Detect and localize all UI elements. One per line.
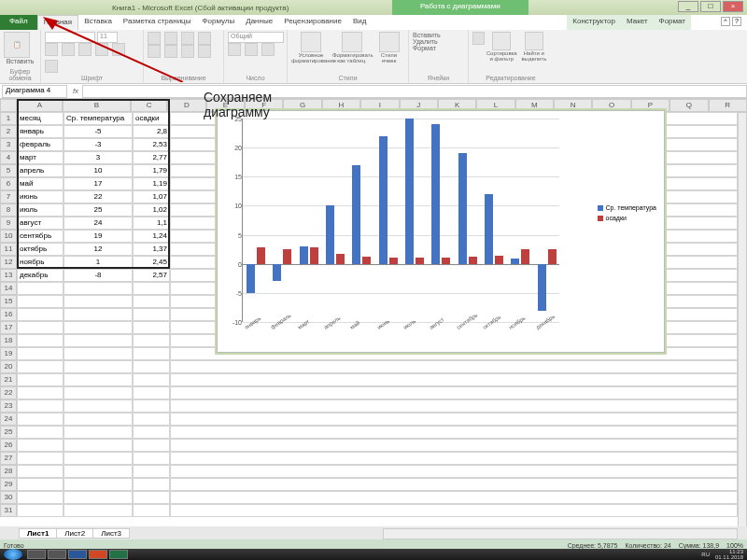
cell[interactable] (63, 452, 133, 465)
cell[interactable] (17, 465, 63, 478)
row-head[interactable]: 30 (0, 491, 17, 504)
row-head[interactable]: 27 (0, 452, 17, 465)
cell[interactable] (170, 439, 738, 452)
cell[interactable] (63, 399, 133, 413)
taskbar-powerpoint-icon[interactable] (89, 550, 107, 559)
cell[interactable] (133, 347, 170, 360)
row-head[interactable]: 15 (0, 295, 17, 308)
maximize-button[interactable]: □ (700, 1, 721, 12)
close-button[interactable]: × (723, 1, 743, 12)
cell[interactable] (133, 439, 170, 452)
cell[interactable] (63, 308, 133, 321)
cell[interactable] (17, 308, 63, 321)
taskbar-word-icon[interactable] (68, 550, 87, 559)
worksheet[interactable]: A B C D E F G H I J K L M N O P Q R 1мес… (0, 99, 747, 528)
cell[interactable]: Ср. температура (63, 112, 133, 125)
cell[interactable]: 10 (63, 164, 133, 177)
cell[interactable] (17, 426, 63, 439)
cell[interactable]: май (17, 177, 63, 190)
tab-view[interactable]: Вид (347, 15, 372, 30)
cell[interactable]: 17 (63, 177, 133, 190)
percent-button[interactable] (245, 43, 258, 56)
cell[interactable]: 22 (63, 190, 133, 203)
row-head[interactable]: 14 (0, 282, 17, 295)
row-head[interactable]: 17 (0, 321, 17, 334)
cell[interactable] (133, 504, 170, 517)
cell[interactable] (133, 308, 170, 321)
cell[interactable] (63, 334, 133, 347)
tab-design[interactable]: Конструктор (567, 15, 621, 30)
cell[interactable] (17, 321, 63, 334)
align-right-button[interactable] (181, 45, 194, 58)
cell[interactable] (17, 295, 63, 308)
bar[interactable] (538, 264, 546, 311)
cell[interactable] (170, 465, 738, 478)
cell[interactable]: 2,77 (133, 151, 170, 164)
cell[interactable]: октябрь (17, 243, 63, 256)
cell[interactable]: июль (17, 203, 63, 217)
tab-layout[interactable]: Разметка страницы (118, 15, 197, 30)
cell[interactable] (63, 478, 133, 491)
cell[interactable] (63, 413, 133, 426)
cell[interactable]: месяц (17, 112, 63, 125)
bar[interactable] (548, 249, 557, 264)
cell[interactable]: 1,24 (133, 230, 170, 243)
delete-cells-button[interactable]: Удалить (413, 38, 464, 45)
italic-button[interactable] (62, 43, 75, 56)
cell[interactable] (170, 360, 738, 373)
cell[interactable] (17, 452, 63, 465)
col-D[interactable]: D (167, 99, 205, 112)
cell[interactable] (133, 413, 170, 426)
bar[interactable] (379, 136, 388, 264)
bar[interactable] (300, 246, 308, 264)
row-head[interactable]: 9 (0, 217, 17, 230)
row-head[interactable]: 5 (0, 164, 17, 177)
cell[interactable] (133, 452, 170, 465)
row-head[interactable]: 1 (0, 112, 17, 125)
bar[interactable] (273, 264, 281, 282)
cell[interactable] (63, 321, 133, 334)
row-head[interactable]: 12 (0, 256, 17, 269)
tab-formulas[interactable]: Формулы (196, 15, 240, 30)
minimize-button[interactable]: _ (678, 1, 698, 12)
tab-file[interactable]: Файл (0, 15, 37, 30)
bar[interactable] (521, 249, 529, 263)
bar[interactable] (326, 205, 334, 263)
underline-button[interactable] (78, 43, 92, 56)
currency-button[interactable] (228, 43, 241, 56)
cell[interactable] (63, 465, 133, 478)
row-head[interactable]: 31 (0, 504, 17, 517)
wrap-button[interactable] (198, 32, 211, 45)
cell[interactable] (17, 491, 63, 504)
cell[interactable] (133, 491, 170, 504)
cell[interactable] (170, 399, 738, 413)
row-head[interactable]: 16 (0, 308, 17, 321)
cell[interactable] (133, 465, 170, 478)
cell[interactable]: 24 (63, 217, 133, 230)
bar[interactable] (416, 258, 424, 263)
bar[interactable] (431, 124, 440, 263)
bar[interactable] (458, 153, 467, 263)
cell[interactable] (17, 439, 63, 452)
cell[interactable]: 1,1 (133, 217, 170, 230)
bar[interactable] (405, 119, 414, 264)
cell[interactable] (133, 295, 170, 308)
bar[interactable] (495, 256, 503, 264)
cell[interactable]: 1,07 (133, 190, 170, 203)
cell[interactable] (170, 504, 738, 517)
insert-cells-button[interactable]: Вставить (413, 32, 464, 38)
cell[interactable] (63, 295, 133, 308)
row-head[interactable]: 7 (0, 190, 17, 203)
cell[interactable] (170, 373, 738, 386)
fx-icon[interactable]: fx (69, 87, 82, 95)
cell[interactable]: сентябрь (17, 230, 63, 243)
cell[interactable]: 2,53 (133, 138, 170, 151)
cell[interactable]: февраль (17, 138, 63, 151)
cell[interactable] (63, 360, 133, 373)
cell[interactable]: январь (17, 125, 63, 138)
comma-button[interactable] (261, 43, 275, 56)
cell[interactable]: 1 (63, 256, 133, 269)
cell[interactable] (170, 386, 738, 399)
row-head[interactable]: 2 (0, 125, 17, 138)
font-color-button[interactable] (45, 60, 58, 73)
